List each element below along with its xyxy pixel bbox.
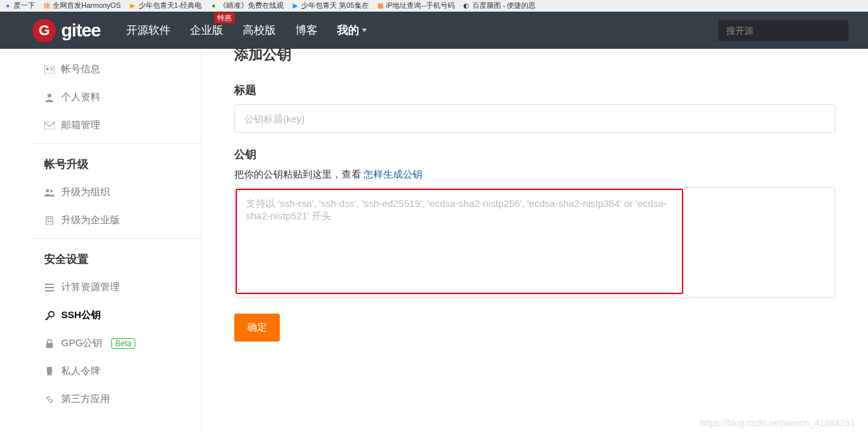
tab-label: 度一下 bbox=[14, 1, 35, 10]
svg-point-6 bbox=[46, 189, 49, 192]
nav-item[interactable]: 高校版 bbox=[243, 23, 276, 38]
users-icon bbox=[44, 187, 55, 198]
title-label: 标题 bbox=[234, 83, 835, 98]
key-hint-link[interactable]: 怎样生成公钥 bbox=[364, 169, 422, 180]
sidebar-item-label: 帐号信息 bbox=[61, 63, 100, 75]
sidebar-item-label: 个人资料 bbox=[61, 91, 100, 103]
sidebar-item-compute-resources[interactable]: 计算资源管理 bbox=[33, 273, 201, 301]
svg-rect-2 bbox=[50, 68, 53, 68]
tab-favicon: ● bbox=[4, 2, 12, 10]
svg-rect-10 bbox=[50, 218, 51, 219]
svg-rect-14 bbox=[45, 287, 54, 288]
sidebar-item-label: 私人令牌 bbox=[61, 365, 100, 377]
sidebar-item-email[interactable]: 邮箱管理 bbox=[33, 111, 201, 139]
nav: 开源软件企业版特惠高校版博客我的 bbox=[126, 23, 367, 38]
svg-rect-15 bbox=[45, 290, 54, 291]
key-hint: 把你的公钥粘贴到这里，查看 怎样生成公钥 bbox=[234, 169, 835, 181]
nav-badge: 特惠 bbox=[214, 12, 235, 23]
page-title: 添加公钥 bbox=[234, 45, 835, 64]
sidebar-item-third-party[interactable]: 第三方应用 bbox=[33, 385, 201, 413]
title-input[interactable] bbox=[234, 104, 835, 133]
svg-point-7 bbox=[50, 189, 53, 192]
key-hint-text: 把你的公钥粘贴到这里，查看 bbox=[234, 169, 364, 180]
sidebar-item-label: 升级为企业版 bbox=[61, 214, 120, 226]
sidebar-heading-security: 安全设置 bbox=[33, 243, 201, 273]
tab-label: 百度脑图 - 便捷的思 bbox=[472, 1, 536, 10]
tab-favicon: ◐ bbox=[463, 2, 470, 10]
browser-tab[interactable]: ●《瞄准》免费在线观 bbox=[206, 1, 288, 10]
chevron-down-icon bbox=[362, 29, 367, 32]
nav-item[interactable]: 我的 bbox=[337, 23, 367, 38]
logo[interactable]: G gitee bbox=[33, 19, 100, 42]
svg-point-4 bbox=[47, 94, 51, 98]
sidebar-heading-upgrade: 帐号升级 bbox=[33, 148, 201, 178]
svg-rect-8 bbox=[46, 217, 53, 225]
sidebar-item-label: 计算资源管理 bbox=[61, 281, 120, 293]
svg-rect-3 bbox=[50, 70, 53, 70]
sidebar-item-gpg-keys[interactable]: GPG公钥 Beta bbox=[33, 329, 201, 357]
divider bbox=[33, 238, 201, 239]
lock-icon bbox=[44, 338, 55, 349]
tab-label: 少年包青天1-经典电 bbox=[139, 1, 202, 10]
sidebar-item-label: 第三方应用 bbox=[61, 393, 110, 405]
mail-icon bbox=[44, 120, 55, 131]
search-input[interactable] bbox=[718, 20, 848, 41]
sidebar-item-tokens[interactable]: 私人令牌 bbox=[33, 357, 201, 385]
tab-label: 少年包青天 第05集在 bbox=[301, 1, 368, 10]
nav-item[interactable]: 企业版特惠 bbox=[190, 23, 223, 38]
user-icon bbox=[44, 92, 55, 103]
browser-tab[interactable]: ▶少年包青天1-经典电 bbox=[125, 1, 206, 10]
browser-tab[interactable]: 烧全网首发HarmonyOS bbox=[39, 1, 125, 10]
id-card-icon bbox=[44, 64, 55, 75]
svg-rect-13 bbox=[45, 284, 54, 285]
sidebar-item-label: SSH公钥 bbox=[61, 309, 101, 321]
header: G gitee 开源软件企业版特惠高校版博客我的 bbox=[0, 12, 868, 49]
main-content: 添加公钥 标题 公钥 把你的公钥粘贴到这里，查看 怎样生成公钥 确定 bbox=[202, 49, 835, 432]
container: 帐号信息 个人资料 邮箱管理 帐号升级 升级为组织 升级为企 bbox=[0, 49, 868, 432]
sidebar-item-account-info[interactable]: 帐号信息 bbox=[33, 55, 201, 83]
badge-icon bbox=[44, 366, 55, 377]
svg-point-1 bbox=[46, 68, 49, 70]
submit-button[interactable]: 确定 bbox=[234, 314, 280, 342]
tab-label: 《瞄准》免费在线观 bbox=[219, 1, 284, 10]
nav-label: 企业版 bbox=[190, 24, 223, 36]
logo-icon: G bbox=[33, 19, 56, 42]
tab-favicon: ▶ bbox=[292, 2, 299, 10]
tab-favicon: 烧 bbox=[43, 2, 51, 10]
sidebar-item-label: 邮箱管理 bbox=[61, 119, 100, 131]
svg-point-16 bbox=[49, 312, 54, 317]
nav-label: 我的 bbox=[337, 23, 359, 38]
textarea-wrap bbox=[234, 187, 835, 298]
browser-tab[interactable]: ▦iP地址查询--手机号码 bbox=[373, 1, 459, 10]
public-key-textarea[interactable] bbox=[236, 189, 683, 294]
watermark: https://blog.csdn.net/weixin_41884251 bbox=[700, 418, 855, 428]
tab-favicon: ▦ bbox=[377, 2, 385, 10]
sidebar-item-label: 升级为组织 bbox=[61, 186, 110, 198]
browser-tab[interactable]: ◐百度脑图 - 便捷的思 bbox=[459, 1, 540, 10]
tab-label: 全网首发HarmonyOS bbox=[53, 1, 121, 10]
link-icon bbox=[44, 394, 55, 405]
sidebar-item-label: GPG公钥 bbox=[61, 337, 102, 349]
sidebar-item-upgrade-enterprise[interactable]: 升级为企业版 bbox=[33, 206, 201, 234]
divider bbox=[33, 143, 201, 144]
sidebar-item-profile[interactable]: 个人资料 bbox=[33, 83, 201, 111]
building-icon bbox=[44, 215, 55, 226]
sidebar: 帐号信息 个人资料 邮箱管理 帐号升级 升级为组织 升级为企 bbox=[33, 49, 202, 432]
sidebar-item-ssh-keys[interactable]: SSH公钥 bbox=[33, 301, 201, 329]
browser-tab[interactable]: ▶少年包青天 第05集在 bbox=[288, 1, 372, 10]
nav-item[interactable]: 开源软件 bbox=[126, 23, 170, 38]
nav-label: 高校版 bbox=[243, 24, 276, 36]
svg-rect-5 bbox=[44, 122, 55, 129]
key-label: 公钥 bbox=[234, 147, 835, 162]
svg-rect-18 bbox=[47, 367, 52, 373]
svg-rect-9 bbox=[47, 218, 49, 219]
search-wrap bbox=[718, 20, 848, 41]
nav-item[interactable]: 博客 bbox=[295, 23, 318, 38]
key-icon bbox=[44, 310, 55, 321]
svg-rect-12 bbox=[50, 221, 51, 222]
browser-tab[interactable]: ●度一下 bbox=[0, 1, 39, 10]
tab-favicon: ▶ bbox=[129, 2, 137, 10]
tab-favicon: ● bbox=[210, 2, 217, 10]
svg-rect-11 bbox=[47, 221, 49, 222]
sidebar-item-upgrade-org[interactable]: 升级为组织 bbox=[33, 178, 201, 206]
